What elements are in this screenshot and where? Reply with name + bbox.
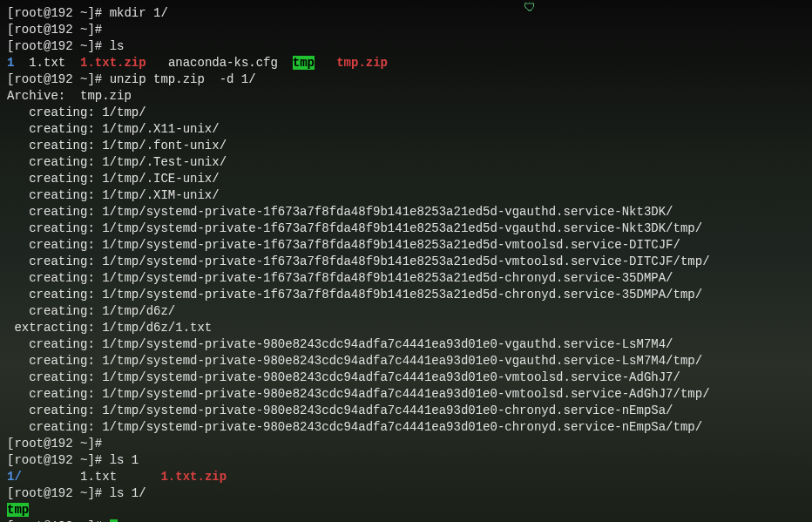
output-line: creating: 1/tmp/systemd-private-980e8243… [7,403,805,419]
command-text: ls 1 [110,453,139,467]
terminal-content[interactable]: [root@192 ~]# mkdir 1/ [root@192 ~]# [ro… [0,0,812,522]
output-line: creating: 1/tmp/systemd-private-980e8243… [7,386,805,403]
dir-entry: tmp [293,56,315,70]
command-line: [root@192 ~]# unzip tmp.zip -d 1/ [7,71,805,88]
output-line: creating: 1/tmp/systemd-private-1f673a7f… [7,254,805,270]
output-line: creating: 1/tmp/systemd-private-980e8243… [7,336,805,353]
output-line: creating: 1/tmp/systemd-private-1f673a7f… [7,237,805,254]
output-line: creating: 1/tmp/.Test-unix/ [7,154,805,171]
command-line: [root@192 ~]# ls 1 [7,452,805,469]
command-text: ls 1/ [110,486,146,500]
unzip-output: Archive: tmp.zip creating: 1/tmp/ creati… [7,88,805,436]
output-line: creating: 1/tmp/.font-unix/ [7,138,805,154]
ls-output-line: 1/ 1.txt 1.txt.zip [7,469,805,485]
output-line: creating: 1/tmp/d6z/ [7,303,805,320]
output-line: creating: 1/tmp/systemd-private-1f673a7f… [7,204,805,220]
command-text: mkdir 1/ [110,6,168,20]
command-line: [root@192 ~]# [7,436,805,452]
command-line: [root@192 ~]# ls [7,38,805,55]
prompt: [root@192 ~]# [7,72,110,86]
output-line: creating: 1/tmp/.ICE-unix/ [7,171,805,187]
file-entry: 1.txt [80,470,117,484]
prompt: [root@192 ~]# [7,453,110,467]
prompt: [root@192 ~]# [7,39,110,53]
zip-entry: 1.txt.zip [160,470,227,484]
output-line: Archive: tmp.zip [7,88,805,105]
output-line: creating: 1/tmp/systemd-private-1f673a7f… [7,287,805,303]
output-line: creating: 1/tmp/systemd-private-980e8243… [7,353,805,369]
output-line: extracting: 1/tmp/d6z/1.txt [7,320,805,336]
command-line: [root@192 ~]# ls 1/ [7,485,805,502]
prompt: [root@192 ~]# [7,486,110,500]
output-line: creating: 1/tmp/systemd-private-980e8243… [7,419,805,436]
command-line: [root@192 ~]# [7,519,805,522]
command-line: [root@192 ~]# [7,22,805,38]
output-line: creating: 1/tmp/systemd-private-980e8243… [7,369,805,386]
dir-entry: 1 [7,56,14,70]
output-line: creating: 1/tmp/.XIM-unix/ [7,187,805,204]
prompt: [root@192 ~]# [7,23,110,37]
output-line: creating: 1/tmp/systemd-private-1f673a7f… [7,270,805,287]
zip-entry: 1.txt.zip [80,56,146,70]
command-text: unzip tmp.zip -d 1/ [110,72,256,86]
file-entry: 1.txt [29,56,65,70]
dir-entry: tmp [7,503,29,517]
ls-output-line: tmp [7,502,805,519]
dir-entry: 1/ [7,470,22,484]
shield-icon: 🛡 [524,0,536,17]
output-line: creating: 1/tmp/.X11-unix/ [7,121,805,138]
ls-output-line: 1 1.txt 1.txt.zip anaconda-ks.cfg tmp tm… [7,55,805,71]
file-entry: anaconda-ks.cfg [168,56,278,70]
command-line: [root@192 ~]# mkdir 1/ [7,5,805,22]
prompt: [root@192 ~]# [7,6,110,20]
prompt: [root@192 ~]# [7,437,110,451]
zip-entry: tmp.zip [336,56,388,70]
command-text: ls [110,39,125,53]
output-line: creating: 1/tmp/systemd-private-1f673a7f… [7,220,805,237]
output-line: creating: 1/tmp/ [7,105,805,121]
